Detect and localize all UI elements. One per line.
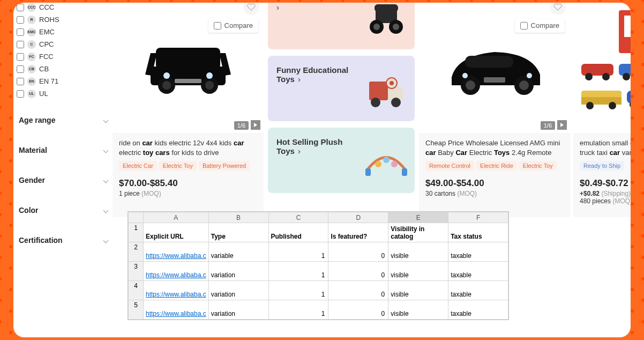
product-tags: Ready to Ship <box>580 161 631 171</box>
favorite-icon[interactable] <box>243 3 259 15</box>
cert-badge-icon: R <box>27 16 36 24</box>
svg-point-24 <box>383 157 390 163</box>
filter-heading[interactable]: Age range <box>17 110 110 130</box>
cert-label: FCC <box>39 53 54 61</box>
data-row[interactable]: 4 https://www.alibaba.c variation 1 0 vi… <box>129 281 508 300</box>
url-cell[interactable]: https://www.alibaba.c <box>143 242 208 262</box>
product-price: $70.00-$85.40 <box>119 178 257 189</box>
compare-checkbox[interactable]: Compare <box>208 18 258 33</box>
column-letters-row[interactable]: A B C D E F <box>129 212 508 223</box>
type-cell[interactable]: variation <box>208 300 268 320</box>
filter-heading[interactable]: Gender <box>17 171 110 190</box>
cert-checkbox[interactable] <box>17 4 24 11</box>
product-image[interactable]: Compare 1/6 <box>113 3 264 133</box>
url-cell[interactable]: https://www.alibaba.c <box>143 281 208 300</box>
published-cell[interactable]: 1 <box>268 281 328 300</box>
type-cell[interactable]: variable <box>208 242 268 262</box>
cert-badge-icon: FC <box>27 53 36 61</box>
data-row[interactable]: 3 https://www.alibaba.c variation 1 0 vi… <box>129 262 508 281</box>
svg-point-32 <box>519 80 529 90</box>
svg-rect-0 <box>156 48 220 69</box>
published-cell[interactable]: 1 <box>268 300 328 320</box>
promo-educational-toys[interactable]: Funny Educational Toys › <box>268 56 415 121</box>
tax-cell[interactable]: taxable <box>448 242 508 262</box>
svg-point-33 <box>462 73 468 78</box>
cert-filter-row[interactable]: EMCEMC <box>17 26 115 38</box>
product-image[interactable]: Compare 1/6 <box>419 3 570 133</box>
header-cell[interactable]: Tax status <box>448 223 508 242</box>
tax-cell[interactable]: taxable <box>448 262 508 281</box>
header-cell[interactable]: Explicit URL <box>143 223 208 242</box>
published-cell[interactable]: 1 <box>268 262 328 281</box>
url-cell[interactable]: https://www.alibaba.c <box>143 262 208 281</box>
visibility-cell[interactable]: visible <box>388 242 448 262</box>
visibility-cell[interactable]: visible <box>388 300 448 320</box>
chevron-down-icon <box>103 238 109 243</box>
product-title[interactable]: Cheap Price Wholesale Licensed AMG mini … <box>425 138 564 158</box>
svg-point-9 <box>206 72 213 79</box>
cert-filter-row[interactable]: RROHS <box>17 13 115 26</box>
cert-checkbox[interactable] <box>17 65 24 73</box>
product-price: $49.00-$54.00 <box>425 178 564 189</box>
header-row[interactable]: 1Explicit URLTypePublishedIs featured?Vi… <box>129 223 508 242</box>
baby-gym-icon <box>362 137 410 186</box>
filter-heading[interactable]: Certification <box>17 231 110 250</box>
svg-point-46 <box>586 102 594 109</box>
promo-column: Selected Toy Cars › Funny Educational To… <box>268 3 415 199</box>
tax-cell[interactable]: taxable <box>448 300 508 320</box>
cert-checkbox[interactable] <box>17 28 24 36</box>
featured-cell[interactable]: 0 <box>328 262 388 281</box>
cert-filter-row[interactable]: CCPC <box>17 38 115 50</box>
play-icon[interactable] <box>557 120 567 130</box>
svg-point-7 <box>205 81 214 90</box>
spreadsheet[interactable]: A B C D E F 1Explicit URLTypePublishedIs… <box>128 211 509 320</box>
type-cell[interactable]: variation <box>208 262 268 281</box>
featured-cell[interactable]: 0 <box>328 281 388 300</box>
compare-checkbox[interactable]: Compare <box>515 18 565 33</box>
header-cell[interactable]: Type <box>208 223 268 242</box>
url-cell[interactable]: https://www.alibaba.c <box>143 300 208 320</box>
cert-label: EMC <box>39 28 55 36</box>
car-illustration <box>129 26 247 101</box>
cert-filter-row[interactable]: CCCCCC <box>17 3 115 13</box>
promo-plush-toys[interactable]: Hot Selling Plush Toys › <box>268 128 415 193</box>
data-row[interactable]: 5 https://www.alibaba.c variation 1 0 vi… <box>129 300 508 320</box>
favorite-icon[interactable] <box>550 3 566 15</box>
header-cell[interactable]: Published <box>268 223 328 242</box>
filter-heading[interactable]: Color <box>17 201 110 220</box>
header-cell[interactable]: Is featured? <box>328 223 388 242</box>
product-card[interactable]: Compare 1/6 Cheap Price Wholesale Licens… <box>419 3 570 217</box>
svg-point-39 <box>585 73 593 80</box>
cert-checkbox[interactable] <box>17 16 24 24</box>
cert-checkbox[interactable] <box>17 90 24 98</box>
cert-checkbox[interactable] <box>17 78 24 85</box>
cert-checkbox[interactable] <box>17 41 24 48</box>
featured-cell[interactable]: 0 <box>328 242 388 262</box>
product-card[interactable]: emulation small die c truck taxi car var… <box>573 3 631 217</box>
product-image[interactable] <box>573 3 631 133</box>
svg-point-42 <box>623 73 630 80</box>
product-card[interactable]: Compare 1/6 ride on car kids electric 12… <box>113 3 264 217</box>
cert-filter-row[interactable]: FCFCC <box>17 50 115 63</box>
type-cell[interactable]: variation <box>208 281 268 300</box>
promo-selected-toy-cars[interactable]: Selected Toy Cars › <box>268 3 415 49</box>
product-title[interactable]: emulation small die c truck taxi car var… <box>580 138 631 158</box>
svg-point-15 <box>373 24 380 30</box>
data-row[interactable]: 2 https://www.alibaba.c variable 1 0 vis… <box>129 242 508 262</box>
play-icon[interactable] <box>251 120 260 130</box>
cert-filter-row[interactable]: ENEN 71 <box>17 75 115 87</box>
header-cell[interactable]: Visibility in catalog <box>388 223 448 242</box>
visibility-cell[interactable]: visible <box>388 262 448 281</box>
cert-checkbox[interactable] <box>17 53 24 61</box>
svg-point-22 <box>390 81 394 85</box>
published-cell[interactable]: 1 <box>268 242 328 262</box>
tax-cell[interactable]: taxable <box>448 281 508 300</box>
cert-filter-row[interactable]: ULUL <box>17 87 115 100</box>
visibility-cell[interactable]: visible <box>388 281 448 300</box>
product-moq: 30 cartons (MOQ) <box>425 190 564 197</box>
featured-cell[interactable]: 0 <box>328 300 388 320</box>
svg-rect-35 <box>484 77 505 83</box>
cert-filter-row[interactable]: CBCB <box>17 63 115 75</box>
filter-heading[interactable]: Material <box>17 141 110 160</box>
product-title[interactable]: ride on car kids electric 12v 4x4 kids c… <box>119 138 257 158</box>
